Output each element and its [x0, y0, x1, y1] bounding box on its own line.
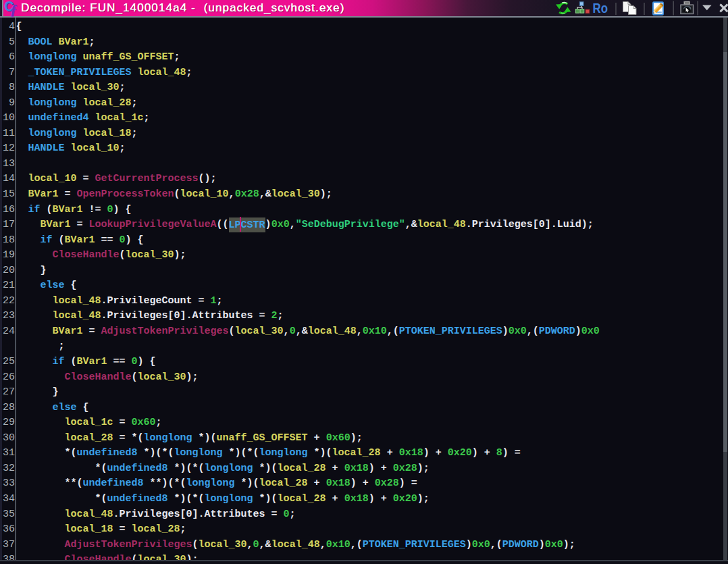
svg-text:Ro: Ro — [593, 0, 608, 16]
